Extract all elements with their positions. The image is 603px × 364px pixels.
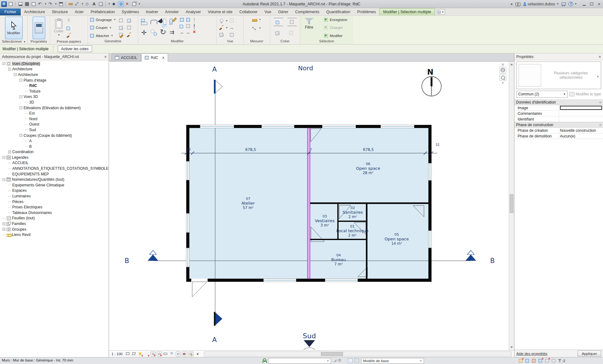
edit-family-icon[interactable] xyxy=(525,358,530,363)
view-scale[interactable]: 1 : 100 xyxy=(111,352,122,356)
property-value-commentaires[interactable] xyxy=(559,111,603,116)
steering-wheel-icon[interactable] xyxy=(499,67,506,73)
close-icon[interactable]: × xyxy=(599,55,601,59)
floor-plan[interactable]: 32678,57678,532AABBNordSudN07Atelier57 m… xyxy=(109,62,509,350)
interior-wall-0[interactable] xyxy=(310,202,428,204)
scroll-up-icon[interactable] xyxy=(510,62,513,65)
sync-icon[interactable] xyxy=(31,1,36,7)
section-label-b-right[interactable]: B xyxy=(490,257,495,265)
navbar-close-icon[interactable]: ⊗ xyxy=(502,63,504,66)
ribbon-tab-fichier[interactable]: Fichier xyxy=(0,8,21,15)
ribbon-tab-annoter[interactable]: Annoter xyxy=(161,8,182,15)
tree-item-nord[interactable]: Nord xyxy=(0,116,109,122)
create-assembly-icon[interactable] xyxy=(287,18,297,26)
room-07-area[interactable]: 57 m² xyxy=(243,206,253,210)
open-icon[interactable] xyxy=(18,1,23,7)
room-04-number[interactable]: 04 xyxy=(336,253,341,257)
south-elevation-circle[interactable] xyxy=(300,348,319,350)
select-underlay-icon[interactable]: × xyxy=(545,358,549,363)
activate-dimensions-button[interactable]: Activer les cotes xyxy=(58,46,92,52)
search-icon[interactable] xyxy=(515,3,520,6)
tree-item-tableaux-divisionnaires[interactable]: Tableaux Divisionnaires xyxy=(0,210,109,216)
redo-icon[interactable] xyxy=(48,1,53,7)
tree-item-vues-3d[interactable]: −Vues 3D xyxy=(0,94,109,100)
room-02-name[interactable]: Sanitaires xyxy=(343,210,363,215)
door-swing-6[interactable] xyxy=(192,282,207,297)
geometry-attacher-button[interactable]: Attacher▼ xyxy=(90,33,116,39)
room-02-number[interactable]: 02 xyxy=(350,206,355,210)
ribbon-tab-quantification[interactable]: Quantification xyxy=(323,8,354,15)
tree-item-sud[interactable]: Sud xyxy=(0,127,109,133)
section-donn-es-d-identification[interactable]: Données d'identification« xyxy=(514,99,603,105)
shadows-icon[interactable]: × xyxy=(144,351,149,356)
sun-path-icon[interactable]: × xyxy=(138,351,143,356)
cope-icon[interactable] xyxy=(127,18,132,23)
ribbon-tab-pr-fabrication[interactable]: Préfabrication xyxy=(87,8,118,15)
dimension-value-0[interactable]: 32 xyxy=(187,148,191,151)
tree-item-espaces[interactable]: Espaces xyxy=(0,188,109,194)
properties-help-link[interactable]: Aide des propriétés xyxy=(516,352,547,356)
selected-wall[interactable] xyxy=(307,128,310,279)
crop-region-icon[interactable]: × xyxy=(157,351,162,356)
properties-filter-combo[interactable]: Commun (2) ▼ xyxy=(516,91,568,98)
dimension-value-3[interactable]: 678,5 xyxy=(363,147,374,152)
room-04-name[interactable]: Bureau xyxy=(331,257,346,262)
visual-style-icon[interactable] xyxy=(132,351,137,356)
close-button[interactable]: × xyxy=(598,3,600,6)
selection-modifier-button[interactable]: Modifier xyxy=(323,33,347,39)
model-canvas[interactable]: 32678,57678,532AABBNordSudN07Atelier57 m… xyxy=(109,62,514,350)
split-icon[interactable] xyxy=(118,32,123,37)
collapse-icon[interactable]: − xyxy=(3,156,5,159)
temporary-view-properties-icon[interactable] xyxy=(176,351,181,356)
edit-type-button[interactable]: Modifier le type xyxy=(569,92,601,96)
tree-item-annotations-etiquettes-cotations-symbole[interactable]: ANNOTATIONS_ETIQUETTES_COTATIONS_SYMBOLE… xyxy=(0,166,109,171)
temporary-hide-icon[interactable] xyxy=(163,351,168,356)
collapse-search-icon[interactable]: ◄ xyxy=(510,2,513,6)
measure-icon[interactable] xyxy=(74,1,80,7)
vertical-scroll-thumb[interactable] xyxy=(510,194,513,213)
collapse-icon[interactable]: − xyxy=(19,79,22,82)
room-07-name[interactable]: Atelier xyxy=(242,201,255,206)
pin-icon[interactable] xyxy=(192,24,197,29)
horizontal-scroll-thumb[interactable] xyxy=(321,352,343,356)
tree-item-ouest[interactable]: Ouest xyxy=(0,122,109,127)
collapse-bar-icon[interactable]: ◄ xyxy=(196,352,199,356)
interior-wall-3[interactable] xyxy=(339,221,366,222)
north-label[interactable]: Nord xyxy=(298,64,313,72)
trim-corner-icon[interactable] xyxy=(179,24,184,29)
interior-wall-4[interactable] xyxy=(310,239,366,240)
measure-tape-icon[interactable] xyxy=(252,19,257,22)
revit-logo-icon[interactable] xyxy=(1,1,7,7)
collapse-icon[interactable]: − xyxy=(19,134,22,137)
ribbon-tab-probl-mes[interactable]: Problèmes xyxy=(354,8,379,15)
ribbon-tab-vue[interactable]: Vue xyxy=(261,8,275,15)
linework-icon[interactable] xyxy=(219,25,224,30)
tree-item-rdc[interactable]: RdC xyxy=(0,83,109,88)
tree-item-architecture[interactable]: −Architecture xyxy=(0,67,109,72)
tree-item-architecture[interactable]: −Architecture xyxy=(0,72,109,78)
apply-button[interactable]: Appliquer xyxy=(578,351,601,356)
dimension-value-2[interactable]: 7 xyxy=(310,148,312,152)
tree-item-accueil[interactable]: ACCUEIL xyxy=(0,160,109,166)
snap-icon[interactable] xyxy=(551,358,556,363)
reveal-hidden-icon[interactable] xyxy=(219,19,224,24)
view-tab-rdc[interactable]: RdC × xyxy=(141,53,168,62)
south-label[interactable]: Sud xyxy=(303,332,316,340)
collapse-icon[interactable]: − xyxy=(8,68,11,71)
ribbon-tab-structure[interactable]: Structure xyxy=(48,8,71,15)
property-value-identifiant[interactable] xyxy=(559,116,603,122)
tree-item-3d[interactable]: 3D xyxy=(0,99,109,105)
property-value-phase-de-cr-ation[interactable]: Nouvelle construction xyxy=(559,128,603,133)
tree-item-vues-discipline-[interactable]: −Vues (Discipline) xyxy=(0,61,109,67)
align-icon[interactable] xyxy=(140,18,149,26)
override-graphics-icon[interactable] xyxy=(229,25,234,30)
collapse-icon[interactable]: − xyxy=(19,106,22,109)
store-cart-icon[interactable] xyxy=(561,2,566,6)
dimension-icon[interactable] xyxy=(68,1,73,7)
collapse-icon[interactable]: − xyxy=(19,95,22,98)
room-05-area[interactable]: 14 m² xyxy=(391,241,402,246)
expand-icon[interactable]: + xyxy=(8,151,11,153)
switch-windows-icon[interactable] xyxy=(131,1,137,7)
tree-item-coordination[interactable]: +Coordination xyxy=(0,149,109,155)
tree-item-b[interactable]: B xyxy=(0,144,109,149)
